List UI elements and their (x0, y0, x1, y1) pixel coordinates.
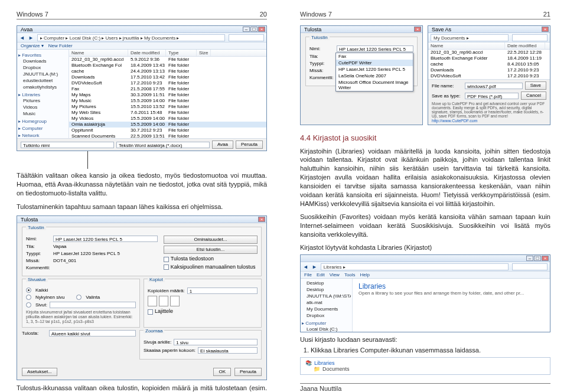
nav-group[interactable]: ▸ Libraries (18, 92, 67, 97)
fwd-icon[interactable]: ► (28, 35, 34, 41)
open-button[interactable]: Avaa (212, 141, 233, 149)
menu-item[interactable]: Tools (344, 272, 356, 277)
duplex-check[interactable] (164, 264, 169, 270)
libraries-label[interactable]: Libraries (314, 360, 335, 366)
back-icon[interactable]: ◄ (19, 35, 25, 41)
pages-per-select[interactable]: 1 sivu (174, 339, 258, 345)
printer-select[interactable]: HP LaserJet 1220 Series PCL 5 (53, 236, 158, 242)
table-row[interactable]: cache24.4.2009 13:13File folder (69, 68, 266, 74)
menu-item[interactable]: Edit (317, 272, 325, 277)
find-printer-button[interactable]: Etsi tulostin... (164, 246, 258, 254)
nav-group[interactable]: ▸ Computer (302, 321, 351, 326)
table-row[interactable]: 2012_03_30_mp90.accd5.9.2012 9:36File fo… (69, 57, 266, 63)
table-row[interactable]: My Web Sites7.6.2011 15:48File folder (69, 110, 266, 116)
table-row[interactable]: Omia asiakirjoja15.5.2009 14:00File fold… (69, 122, 266, 128)
search-input[interactable] (512, 263, 548, 270)
copies-input[interactable]: 1 (187, 288, 258, 294)
nav-item[interactable]: Desktop (302, 286, 351, 293)
table-row[interactable]: My Music15.5.2009 14:00File folder (69, 98, 266, 104)
nav-item[interactable]: Music (18, 110, 67, 117)
table-row[interactable]: Downloads17.5.2010 13:42File folder (69, 74, 266, 80)
nav-item[interactable]: JNUUTTILA (\\M:\STAFFHOME\STAFF) (P) (302, 293, 351, 299)
collate-check[interactable] (148, 309, 153, 315)
col-size[interactable]: Size (197, 50, 211, 56)
close-icon[interactable]: × (414, 27, 421, 32)
close-icon[interactable]: × (542, 256, 549, 261)
nav-item[interactable]: Dropbox (302, 312, 351, 319)
nav-item[interactable]: Local Disk (C:) (302, 326, 351, 332)
menu-item[interactable]: File (304, 272, 312, 277)
dropdown-item[interactable]: Fax (336, 53, 413, 60)
range-current-radio[interactable] (26, 295, 31, 300)
nav-group[interactable]: ▸ Computer (18, 126, 67, 131)
nav-group[interactable]: ▸ Favorites (18, 53, 67, 58)
menu-item[interactable]: Help (360, 272, 370, 277)
nav-item[interactable]: atk-mat (302, 299, 351, 306)
file-list[interactable]: 2012_03_30_mp90.accd5.9.2012 9:36File fo… (69, 57, 266, 138)
breadcrumb[interactable]: Libraries ▸ (321, 263, 509, 270)
nav-item[interactable]: Pictures (18, 97, 67, 104)
table-row[interactable]: My Maps30.3.2009 11:51File folder (69, 92, 266, 98)
nav-pane[interactable]: ▸ FavoritesDownloadsDropboxJNUUTTILA (M:… (17, 50, 69, 138)
col-date[interactable]: Date modified (128, 50, 166, 56)
organize-menu[interactable]: Organize ▾ (21, 43, 44, 48)
table-row[interactable]: DVDVideoSoft17.2.2010 9:23File folder (69, 80, 266, 86)
cancel-button[interactable]: Peruuta (236, 141, 263, 149)
nav-item[interactable]: Downloads (18, 58, 67, 64)
col-name[interactable]: Name (69, 50, 128, 56)
nav-item[interactable]: My Documents (302, 306, 351, 312)
nav-group[interactable]: ▸ Network (18, 133, 67, 138)
menu-item[interactable]: View (330, 272, 340, 277)
nav-item[interactable]: Desktop (302, 280, 351, 286)
nav-item[interactable]: Dropbox (18, 64, 67, 71)
table-row[interactable]: cache8.4.2010 15:05 (428, 61, 550, 67)
max-icon[interactable]: □ (534, 256, 541, 261)
newfolder-button[interactable]: New Folder (48, 43, 73, 48)
cutepdf-link[interactable]: http://www.CutePDF.com (432, 119, 546, 123)
print-to-file-check[interactable] (164, 257, 169, 262)
printer-select[interactable]: HP LaserJet 1220 Series PCL 5 (337, 45, 413, 52)
col-type[interactable]: Type (166, 50, 197, 56)
range-pages-radio[interactable] (26, 302, 31, 308)
nav-item[interactable]: omakotiyhdistys (18, 84, 67, 90)
table-row[interactable]: My Pictures15.5.2010 13:52File folder (69, 104, 266, 110)
dropdown-item[interactable]: LaSeila OneNote 2007 (336, 73, 413, 79)
search-input[interactable] (229, 34, 264, 41)
min-icon[interactable]: – (526, 256, 533, 261)
table-row[interactable]: Bluetooth Exchange Fol18.4.2009 13:43Fil… (69, 63, 266, 68)
printer-dropdown[interactable]: FaxCutePDF WriterHP LaserJet 1220 Series… (335, 53, 413, 92)
breadcrumb[interactable]: ▸ Computer ▸ Local Disk (C:) ▸ Users ▸ j… (37, 34, 225, 41)
table-row[interactable]: Bluetooth Exchange Folder18.4.2009 11:19 (428, 55, 550, 61)
filename-input[interactable]: Tutkinto nimi (21, 142, 114, 148)
savetype-select[interactable]: PDF Files (*.pdf) (465, 93, 519, 99)
breadcrumb[interactable]: My Documents ▸ (431, 34, 509, 41)
close-icon[interactable]: × (542, 27, 549, 32)
properties-button[interactable]: Ominaisuudet... (164, 236, 258, 244)
filetype-select[interactable]: Tekstin Word asiakirja (*.docx) (116, 142, 210, 148)
table-row[interactable]: DVDVideoSoft17.2.2010 9:23 (428, 73, 550, 79)
dropdown-item[interactable]: Microsoft Office Document Image Writer (336, 79, 413, 91)
file-list[interactable]: 2012_03_30_mp90.accd22.5.2012 12:28Bluet… (428, 50, 550, 79)
table-row[interactable]: Downloads17.2.2010 9:23 (428, 67, 550, 73)
nav-group[interactable]: ▸ Homegroup (18, 119, 67, 124)
back-icon[interactable]: ◄ (303, 264, 308, 270)
table-row[interactable]: Oppitunnit30.7.2012 9:23File folder (69, 128, 266, 133)
documents-label[interactable]: Documents (322, 366, 350, 372)
save-button[interactable]: Save (525, 81, 546, 90)
cancel-button[interactable]: Cancel (521, 92, 546, 100)
fwd-icon[interactable]: ► (312, 264, 317, 270)
close-icon[interactable]: × (258, 27, 265, 32)
options-button[interactable]: Asetukset... (22, 368, 57, 376)
ok-button[interactable]: OK (213, 368, 231, 376)
max-icon[interactable]: □ (250, 27, 258, 32)
dropdown-item[interactable]: CutePDF Writer (336, 60, 413, 66)
range-all-radio[interactable] (26, 288, 31, 293)
close-icon[interactable]: × (258, 217, 265, 222)
dropdown-item[interactable]: HP LaserJet 1220 Series PCL 5 (336, 66, 413, 73)
range-sel-radio[interactable] (76, 295, 82, 300)
min-icon[interactable]: – (243, 27, 250, 32)
print-what-select[interactable]: Alueen kaikki sivut (49, 330, 136, 337)
table-row[interactable]: My Videos15.5.2009 14:00File folder (69, 116, 266, 122)
search-input[interactable] (512, 34, 548, 41)
filename-input[interactable]: windows7.pdf (465, 83, 523, 89)
